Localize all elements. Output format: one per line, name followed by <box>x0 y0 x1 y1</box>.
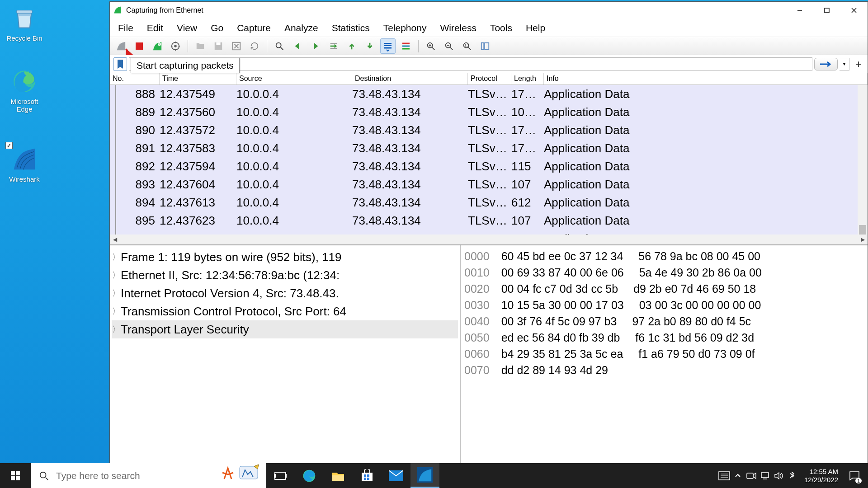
menu-help[interactable]: Help <box>526 23 545 33</box>
packet-row[interactable]: 89312.43760410.0.0.473.48.43.134TLSv…107… <box>110 175 868 193</box>
tray-overflow-button[interactable] <box>731 463 745 488</box>
packet-list-body[interactable]: 88812.43754910.0.0.473.48.43.134TLSv…17…… <box>110 85 868 235</box>
minimize-button[interactable] <box>786 2 813 19</box>
packet-bytes-pane[interactable]: 000060 45 bd ee 0c 37 12 3456 78 9a bc 0… <box>461 245 868 464</box>
horizontal-scrollbar[interactable]: ◀▶ <box>110 235 868 244</box>
hex-row[interactable]: 003010 15 5a 30 00 00 17 0303 00 3c 00 0… <box>464 297 864 313</box>
packet-row[interactable]: 88812.43754910.0.0.473.48.43.134TLSv…17…… <box>110 85 868 103</box>
meet-now-icon[interactable] <box>745 463 758 488</box>
go-forward-button[interactable] <box>308 38 323 54</box>
detail-row[interactable]: 〉Frame 1: 119 bytes on wire (952 bits), … <box>112 248 458 266</box>
chevron-right-icon: 〉 <box>112 306 121 317</box>
packet-row[interactable]: 89012.43757210.0.0.473.48.43.134TLSv…17…… <box>110 121 868 139</box>
taskbar-wireshark[interactable] <box>410 463 439 488</box>
menu-go[interactable]: Go <box>211 23 223 33</box>
network-icon[interactable] <box>758 463 772 488</box>
packet-row[interactable]: 89112.43758310.0.0.473.48.43.134TLSv…17…… <box>110 139 868 157</box>
task-view-button[interactable] <box>266 463 295 488</box>
menu-telephony[interactable]: Telephony <box>383 23 427 33</box>
hex-row[interactable]: 001000 69 33 87 40 00 6e 065a 4e 49 30 2… <box>464 264 864 281</box>
resize-columns-button[interactable] <box>477 38 493 54</box>
col-header-destination[interactable]: Destination <box>352 73 468 84</box>
packet-row[interactable]: 89612.47989473.48.43.13410.0.0.4TLSv…107… <box>110 230 868 235</box>
svg-text:1:1: 1:1 <box>465 43 469 47</box>
zoom-out-button[interactable] <box>441 38 457 54</box>
col-header-length[interactable]: Length <box>511 73 544 84</box>
checkbox-icon[interactable]: ✓ <box>5 142 13 149</box>
save-file-button[interactable] <box>211 38 226 54</box>
tooltip: Start capturing packets <box>131 58 240 73</box>
taskbar-edge[interactable] <box>295 463 324 488</box>
hex-row[interactable]: 0070dd d2 89 14 93 4d 29 <box>464 362 864 378</box>
apply-filter-button[interactable] <box>814 58 838 70</box>
taskbar-store[interactable] <box>353 463 382 488</box>
packet-details-pane[interactable]: 〉Frame 1: 119 bytes on wire (952 bits), … <box>110 245 461 464</box>
taskbar-clock[interactable]: 12:55 AM 12/29/2022 <box>799 468 844 484</box>
svg-line-34 <box>450 47 453 50</box>
detail-row[interactable]: 〉Transmission Control Protocol, Src Port… <box>112 302 458 320</box>
detail-row[interactable]: 〉Internet Protocol Version 4, Src: 73.48… <box>112 284 458 302</box>
open-file-button[interactable] <box>193 38 208 54</box>
hex-row[interactable]: 000060 45 bd ee 0c 37 12 3456 78 9a bc 0… <box>464 248 864 264</box>
start-button[interactable] <box>0 463 31 488</box>
hex-row[interactable]: 0050ed ec 56 84 d0 fb 39 dbf6 1c 31 bd 5… <box>464 329 864 346</box>
col-header-no[interactable]: No. <box>110 73 160 84</box>
start-capture-button[interactable] <box>113 38 129 54</box>
col-header-time[interactable]: Time <box>160 73 236 84</box>
volume-icon[interactable] <box>772 463 785 488</box>
packet-row[interactable]: 89512.43762310.0.0.473.48.43.134TLSv…107… <box>110 211 868 230</box>
restart-capture-button[interactable] <box>150 38 165 54</box>
capture-options-button[interactable] <box>168 38 183 54</box>
notifications-button[interactable]: 1 <box>844 463 865 488</box>
close-button[interactable] <box>840 2 868 19</box>
go-to-packet-button[interactable] <box>326 38 341 54</box>
desktop-icon-edge[interactable]: Microsoft Edge <box>2 67 47 113</box>
go-back-button[interactable] <box>290 38 305 54</box>
bluetooth-icon[interactable] <box>785 463 799 488</box>
hex-row[interactable]: 0060b4 29 35 81 25 3a 5c eaf1 a6 79 50 d… <box>464 346 864 362</box>
add-filter-button[interactable]: + <box>853 58 864 70</box>
menu-edit[interactable]: Edit <box>147 23 163 33</box>
menu-wireless[interactable]: Wireless <box>440 23 476 33</box>
taskbar-explorer[interactable] <box>324 463 353 488</box>
svg-rect-49 <box>274 474 276 478</box>
edge-icon <box>10 67 39 96</box>
menu-capture[interactable]: Capture <box>237 23 271 33</box>
svg-rect-42 <box>16 471 20 475</box>
hex-row[interactable]: 002000 04 fc c7 0d 3d cc 5bd9 2b e0 7d 4… <box>464 281 864 297</box>
filter-history-button[interactable]: ▾ <box>840 58 849 70</box>
packet-row[interactable]: 89212.43759410.0.0.473.48.43.134TLSv…115… <box>110 157 868 175</box>
menu-tools[interactable]: Tools <box>490 23 512 33</box>
zoom-reset-button[interactable]: 1:1 <box>459 38 475 54</box>
titlebar[interactable]: Capturing from Ethernet <box>110 2 868 19</box>
find-packet-button[interactable] <box>272 38 287 54</box>
chevron-right-icon: 〉 <box>112 270 121 281</box>
taskbar-mail[interactable] <box>382 463 410 488</box>
packet-row[interactable]: 88912.43756010.0.0.473.48.43.134TLSv…10…… <box>110 103 868 121</box>
desktop-icon-recycle-bin[interactable]: Recycle Bin <box>2 4 47 42</box>
input-indicator-icon[interactable] <box>717 463 731 488</box>
close-file-button[interactable] <box>229 38 244 54</box>
detail-row[interactable]: 〉Transport Layer Security <box>112 320 458 338</box>
hex-row[interactable]: 004000 3f 76 4f 5c 09 97 b397 2a b0 89 8… <box>464 313 864 329</box>
packet-row[interactable]: 89412.43761310.0.0.473.48.43.134TLSv…612… <box>110 193 868 211</box>
menu-file[interactable]: File <box>118 23 133 33</box>
col-header-protocol[interactable]: Protocol <box>468 73 511 84</box>
menu-statistics[interactable]: Statistics <box>332 23 370 33</box>
detail-row[interactable]: 〉Ethernet II, Src: 12:34:56:78:9a:bc (12… <box>112 266 458 284</box>
colorize-button[interactable] <box>398 38 414 54</box>
maximize-button[interactable] <box>813 2 840 19</box>
menu-view[interactable]: View <box>177 23 197 33</box>
col-header-source[interactable]: Source <box>236 73 352 84</box>
desktop-icon-wireshark[interactable]: ✓ Wireshark <box>2 145 47 183</box>
stop-capture-button[interactable] <box>132 38 147 54</box>
go-first-button[interactable] <box>344 38 359 54</box>
vertical-scrollbar[interactable] <box>858 85 868 235</box>
menu-analyze[interactable]: Analyze <box>284 23 318 33</box>
col-header-info[interactable]: Info <box>544 73 868 84</box>
autoscroll-button[interactable] <box>380 38 396 54</box>
zoom-in-button[interactable] <box>423 38 439 54</box>
reload-button[interactable] <box>247 38 262 54</box>
go-last-button[interactable] <box>362 38 377 54</box>
bookmark-filter-button[interactable] <box>113 57 127 71</box>
